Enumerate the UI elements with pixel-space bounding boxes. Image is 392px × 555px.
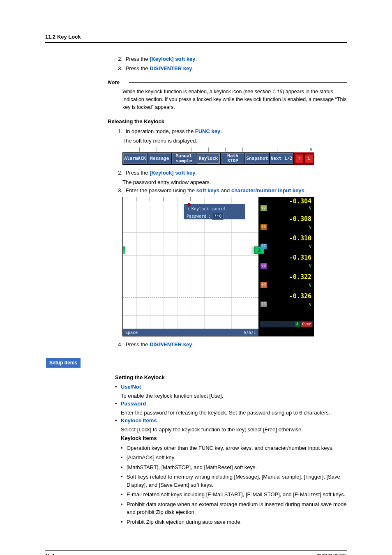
setup-item-desc: Enter the password for releasing the key…: [121, 409, 347, 417]
bullet-icon: •: [115, 400, 121, 408]
step-text-post: .: [195, 56, 197, 62]
ch-tag: 05: [261, 205, 267, 211]
bullet-icon: •: [121, 444, 127, 452]
sk-line: STOP: [227, 159, 238, 164]
key-ref: soft keys: [196, 187, 219, 193]
sk-top-right: V: [294, 147, 314, 152]
softkey-char-mode[interactable]: A/a/1: [244, 329, 256, 336]
pw-dialog-title: ⊸ Keylock cancel: [187, 206, 242, 212]
ch-val: -0.304: [260, 198, 313, 205]
section-header: 11.2 Key Lock: [45, 33, 347, 43]
step-text-post: .: [192, 65, 194, 71]
keylock-item-text: Operation keys other than the FUNC key, …: [127, 444, 334, 452]
setup-item-name: Password: [121, 400, 146, 408]
keylock-item: •E-mail related soft keys including [E-M…: [121, 491, 347, 499]
key-ref: DISP/ENTER key: [150, 341, 192, 348]
step-num: 3.: [115, 64, 122, 73]
bullet-icon: •: [115, 383, 121, 391]
keylock-item-text: [AlarmACK] soft key.: [127, 454, 175, 462]
rel-step-3: 3. Enter the password using the soft key…: [115, 187, 347, 195]
setup-item-desc: To enable the keylock function select [U…: [121, 392, 347, 400]
keylock-item-text: Prohibit Zip disk ejection during auto s…: [127, 518, 242, 526]
step-text: In operation mode, press the: [126, 128, 195, 134]
status-a: A: [295, 322, 300, 327]
channel-row: 06 V -0.310: [260, 224, 313, 243]
rel-step-1-sub: The soft key menu is displayed.: [122, 137, 347, 145]
status-over: Over: [301, 322, 312, 327]
softkey-keylock[interactable]: Keylock: [196, 153, 220, 164]
setup-item: • Keylock Items: [115, 417, 347, 425]
ch-unit: V: [309, 205, 311, 211]
softkey-space[interactable]: Space: [125, 329, 138, 336]
keylock-item: •Operation keys other than the FUNC key,…: [121, 444, 347, 452]
bullet-icon: •: [121, 491, 127, 499]
ch-unit: V: [309, 282, 311, 288]
key-ref: [Keylock] soft key: [150, 170, 195, 176]
subhead-setting: Setting the Keylock: [115, 373, 347, 382]
setup-item-name: Keylock Items: [121, 417, 157, 425]
setup-item-name: Use/Not: [121, 383, 141, 391]
pw-label: Password: [187, 213, 206, 219]
ch-unit: V: [309, 263, 311, 269]
channel-row: 05 V -0.308: [260, 205, 313, 223]
softkey-bar-screenshot: V AlarmACK Message Manualsample Keylock …: [122, 147, 314, 165]
bullet-icon: •: [121, 518, 127, 526]
key-ref: character/number input keys: [231, 187, 304, 193]
softkey-alarmack[interactable]: AlarmACK: [123, 153, 147, 164]
rel-step-4: 4. Press the DISP/ENTER key.: [115, 341, 347, 349]
ch-tag: 08: [261, 263, 267, 269]
pw-highlight-bar: [123, 246, 125, 254]
indicator-l: L: [304, 154, 313, 163]
ch-tag: 07: [261, 244, 267, 249]
pw-digital-panel: -0.304 05 V -0.30806 V -0.31007 V -0.316…: [259, 197, 314, 336]
ch-tag: 10: [261, 302, 267, 307]
key-ref: DISP/ENTER key: [150, 65, 192, 71]
ch-val: -0.308: [289, 215, 311, 223]
softkey-math-stop[interactable]: MathSTOP: [221, 153, 244, 164]
step-num: 3.: [115, 187, 122, 195]
ch-tag: 09: [261, 282, 267, 288]
channel-row: 08 V -0.322: [260, 263, 313, 281]
pw-dialog-title-text: Keylock cancel: [191, 207, 226, 211]
rel-step-2: 2. Press the [Keylock] soft key.: [115, 169, 347, 177]
softkey-snapshot[interactable]: Snapshot: [245, 153, 269, 164]
step-text: Enter the password using the: [126, 187, 196, 193]
pw-status-bar: A Over: [260, 321, 313, 327]
bullet-icon: •: [121, 463, 127, 472]
keylock-item: •Prohibit data storage when an external …: [121, 500, 347, 516]
softkey-next[interactable]: Next 1/2: [270, 153, 293, 164]
sk-line: sample: [176, 159, 192, 164]
step-3: 3. Press the DISP/ENTER key.: [115, 64, 347, 73]
setup-item-desc: Select [Lock] to apply the keylock funct…: [121, 426, 347, 434]
step-mid: and: [219, 187, 231, 193]
rel-step-1: 1. In operation mode, press the FUNC key…: [115, 127, 347, 136]
rel-step-2-sub: The password entry window appears.: [122, 178, 347, 187]
setup-item: • Password: [115, 400, 347, 408]
softkey-manual-sample[interactable]: Manualsample: [172, 153, 196, 164]
bullet-icon: •: [115, 417, 121, 425]
step-num: 1.: [115, 127, 122, 136]
keylock-item-text: Prohibit data storage when an external s…: [127, 500, 347, 516]
pw-dialog: ⊸ Keylock cancel Password : **0: [184, 204, 245, 219]
ch-unit: V: [309, 244, 311, 250]
ch-unit: V: [309, 302, 311, 308]
channel-row: 09 V -0.326: [260, 282, 313, 301]
keylock-item: •Soft keys related to memory writing inc…: [121, 473, 347, 489]
step-text: Press the: [126, 170, 150, 176]
step-text: Press the: [126, 65, 150, 71]
keylock-item-text: E-mail related soft keys including [E-Ma…: [127, 491, 345, 499]
softkey-message[interactable]: Message: [148, 153, 171, 164]
channel-row: 10 V: [260, 302, 313, 320]
key-ref: FUNC key: [195, 128, 220, 134]
ch-val: -0.310: [289, 235, 311, 242]
step-text: Press the: [126, 341, 150, 348]
keylock-item: •[AlarmACK] soft key.: [121, 454, 347, 462]
ch-val: -0.316: [289, 254, 311, 261]
note-body: While the keylock function is enabled, a…: [122, 88, 347, 111]
keylock-items-heading: Keylock Items: [121, 434, 347, 442]
pw-input[interactable]: **0: [212, 213, 224, 220]
pw-bottom-bar: Space A/a/1: [123, 329, 258, 336]
password-screenshot: ⊸ Keylock cancel Password : **0 2 Space …: [122, 197, 314, 336]
keylock-item-text: Soft keys related to memory writing incl…: [127, 473, 347, 489]
subhead-releasing: Releasing the Keylock: [108, 117, 347, 126]
